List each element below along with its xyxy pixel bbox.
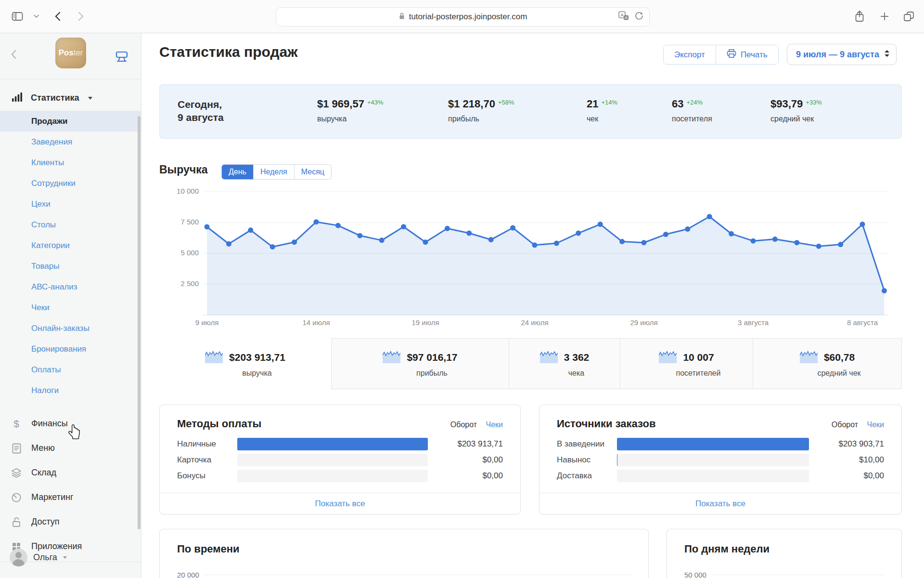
summary-card-5[interactable]: $60,78средний чек — [753, 338, 902, 389]
sidebar-subitem[interactable]: АВС-анализ — [0, 276, 141, 297]
reload-icon[interactable] — [635, 12, 643, 23]
user-menu[interactable]: Ольга — [0, 549, 141, 566]
chart-point[interactable] — [488, 237, 494, 242]
toggle-turnover[interactable]: Оборот — [450, 420, 477, 429]
summary-card-2[interactable]: $97 016,17прибыль — [331, 338, 509, 389]
export-button[interactable]: Экспорт — [664, 45, 716, 64]
chart-point[interactable] — [532, 242, 538, 248]
chart-point[interactable] — [335, 223, 341, 228]
sidebar-item-marketing[interactable]: Маркетинг — [0, 485, 141, 510]
tab-period[interactable]: Месяц — [294, 165, 331, 179]
chart-point[interactable] — [357, 233, 362, 238]
sidebar-subitem[interactable]: Заведения — [0, 131, 141, 152]
collapse-sidebar-icon[interactable] — [11, 50, 16, 61]
chart-point[interactable] — [466, 231, 472, 236]
chart-point[interactable] — [772, 236, 778, 242]
bar-fill — [617, 454, 617, 466]
tab-period[interactable]: Неделя — [253, 165, 294, 179]
sidebar-subitem[interactable]: Бронирования — [0, 339, 141, 359]
bar-fill — [237, 438, 428, 450]
tab-period[interactable]: День — [222, 165, 253, 179]
summary-card-1[interactable]: $203 913,71выручка — [159, 338, 331, 389]
sidebar-header: Poster — [0, 33, 141, 79]
sidebar-subitem[interactable]: Онлайн-заказы — [0, 318, 141, 339]
share-icon[interactable] — [854, 10, 865, 23]
by-weekday-card: По дням недели 50 000 — [667, 529, 902, 578]
tabs-overview-icon[interactable] — [903, 11, 915, 22]
back-icon[interactable] — [55, 12, 61, 21]
summary-card-4[interactable]: 10 007посетителей — [620, 338, 753, 389]
sidebar-item-lock-open[interactable]: Доступ — [0, 510, 141, 534]
translate-icon[interactable]: AA — [618, 11, 629, 23]
chart-point[interactable] — [642, 240, 647, 245]
chart-point[interactable] — [838, 242, 843, 247]
date-range-select[interactable]: 9 июля — 9 августа — [787, 44, 897, 65]
chart-point[interactable] — [510, 225, 515, 231]
sidebar-subitem[interactable]: Чеки — [0, 297, 141, 318]
toggle-receipts[interactable]: Чеки — [486, 420, 503, 429]
sidebar-subitem[interactable]: Оплаты — [0, 359, 141, 380]
chart-point[interactable] — [554, 241, 559, 246]
sidebar-subitem[interactable]: Сотрудники — [0, 173, 141, 194]
sidebar-toggle-icon[interactable] — [12, 12, 23, 21]
chart-point[interactable] — [751, 238, 756, 244]
chart-point[interactable] — [598, 222, 603, 227]
mouse-cursor-pointer — [67, 424, 82, 442]
sidebar-subitem[interactable]: Клиенты — [0, 152, 141, 173]
toolbar-chevron-down-icon[interactable] — [34, 15, 39, 18]
svg-text:A: A — [625, 15, 628, 20]
chart-point[interactable] — [226, 241, 231, 247]
card-title: Методы оплаты — [177, 418, 261, 430]
pos-terminal-icon[interactable] — [115, 51, 128, 65]
sidebar-subitem[interactable]: Продажи — [0, 111, 141, 131]
sidebar-scrollbar[interactable] — [138, 116, 141, 529]
chart-point[interactable] — [292, 239, 297, 245]
summary-card-3[interactable]: 3 362чека — [509, 338, 620, 389]
chart-point[interactable] — [314, 219, 319, 224]
chart-point[interactable] — [860, 222, 865, 227]
sparkline-icon — [540, 350, 558, 365]
chart-point[interactable] — [663, 232, 668, 237]
revenue-chart[interactable] — [200, 184, 895, 321]
chart-point[interactable] — [445, 226, 450, 231]
show-all-link[interactable]: Показать все — [539, 493, 901, 514]
chart-point[interactable] — [816, 244, 821, 249]
y-axis-label: 2 500 — [156, 279, 199, 288]
sidebar-item-statistics[interactable]: Статистика — [0, 79, 141, 111]
toggle-turnover[interactable]: Оборот — [832, 420, 858, 429]
today-stat: $93,79+33%средний чек — [770, 98, 822, 123]
chart-point[interactable] — [729, 231, 734, 236]
show-all-link[interactable]: Показать все — [160, 493, 520, 514]
payment-methods-card: Методы оплаты Оборот Чеки Наличные$203 9… — [159, 405, 521, 514]
address-bar[interactable]: tutorial-posterpos.joinposter.com AA — [276, 7, 650, 26]
chart-point[interactable] — [270, 244, 275, 250]
chart-point[interactable] — [423, 239, 428, 245]
toggle-receipts[interactable]: Чеки — [867, 420, 885, 429]
sparkline-icon — [205, 350, 223, 365]
chart-point[interactable] — [379, 237, 385, 243]
sidebar-subitem[interactable]: Столы — [0, 214, 141, 235]
chart-point[interactable] — [882, 288, 887, 293]
new-tab-icon[interactable] — [880, 12, 889, 21]
card-title: По дням недели — [667, 529, 901, 555]
chart-point[interactable] — [794, 240, 799, 245]
bar-chart-icon — [12, 92, 22, 104]
sidebar-subitem[interactable]: Налоги — [0, 380, 141, 401]
chart-point[interactable] — [685, 226, 690, 232]
chevron-down-icon — [63, 556, 67, 559]
chart-point[interactable] — [619, 239, 625, 244]
chart-point[interactable] — [576, 231, 581, 236]
chart-point[interactable] — [707, 214, 712, 219]
main-content: Статистика продаж Экспорт Печать 9 июля … — [142, 33, 924, 578]
chart-point[interactable] — [205, 224, 210, 229]
poster-logo[interactable]: Poster — [55, 38, 86, 68]
forward-icon[interactable] — [78, 12, 84, 21]
sidebar-subitem[interactable]: Товары — [0, 256, 141, 276]
sidebar-item-layers[interactable]: Склад — [0, 460, 141, 485]
sidebar-subitem[interactable]: Категории — [0, 235, 141, 256]
chart-point[interactable] — [401, 224, 406, 229]
sidebar-subitem[interactable]: Цехи — [0, 194, 141, 214]
print-button[interactable]: Печать — [716, 45, 778, 64]
bar-row: Карточка$0,00 — [177, 454, 503, 466]
chart-point[interactable] — [248, 227, 253, 233]
